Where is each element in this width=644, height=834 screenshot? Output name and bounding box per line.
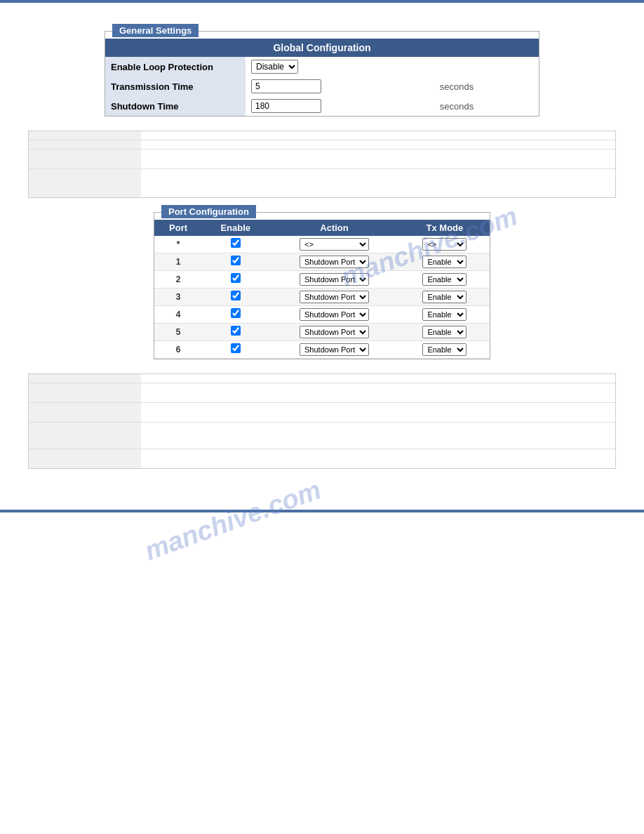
desc-text-2 [141, 140, 615, 150]
config-label-shutdown-time: Shutdown Time [105, 96, 246, 116]
port-3-number: 3 [154, 288, 202, 305]
desc-row-1 [29, 131, 615, 140]
port-table: Port Enable Action Tx Mode * [154, 220, 490, 359]
port-row-5: 5 Shutdown Port Log Only None [154, 323, 490, 340]
port-6-txmode-select[interactable]: Enable Disable [422, 343, 467, 356]
port-6-checkbox[interactable] [231, 343, 241, 353]
config-row-shutdown-time: Shutdown Time seconds [105, 96, 539, 116]
port-3-checkbox[interactable] [231, 291, 241, 300]
port-2-txmode-select[interactable]: Enable Disable [422, 273, 467, 286]
general-settings-wrapper: General Settings Global Configuration En… [105, 31, 539, 117]
desc2-label-2 [29, 383, 141, 402]
config-row-transmission-time: Transmission Time seconds [105, 77, 539, 96]
port-6-action-select[interactable]: Shutdown Port Log Only None [300, 343, 369, 356]
port-wildcard-checkbox[interactable] [231, 238, 241, 248]
port-1-txmode-select[interactable]: Enable Disable [422, 256, 467, 268]
port-3-txmode-select[interactable]: Enable Disable [422, 291, 467, 303]
port-4-checkbox[interactable] [231, 308, 241, 318]
desc-table-1 [29, 131, 615, 197]
port-config-box: Port Configuration Port Enable Action Tx… [154, 212, 490, 359]
port-table-header-txmode: Tx Mode [400, 220, 490, 236]
config-value-transmission-time [246, 77, 434, 96]
port-wildcard-txmode-select[interactable]: <> Enable Disable [422, 238, 467, 251]
desc2-row-2 [29, 383, 615, 402]
port-1-action: Shutdown Port Log Only None [269, 253, 400, 270]
config-value-shutdown-time [246, 96, 434, 116]
port-2-enable [202, 270, 269, 288]
general-settings-box: General Settings Global Configuration En… [105, 31, 539, 117]
port-row-4: 4 Shutdown Port Log Only None [154, 305, 490, 323]
page-content: manchive.com manchive.com General Settin… [0, 3, 644, 496]
port-4-action: Shutdown Port Log Only None [269, 305, 400, 323]
desc2-label-1 [29, 374, 141, 383]
desc-table-2 [29, 374, 615, 468]
loop-protection-select[interactable]: Disable Enable [251, 60, 298, 74]
desc2-text-2 [141, 383, 615, 402]
config-unit-loop-protection [434, 57, 539, 77]
port-5-txmode: Enable Disable [400, 323, 490, 340]
desc2-row-5 [29, 449, 615, 468]
port-table-header-port: Port [154, 220, 202, 236]
port-table-header-row: Port Enable Action Tx Mode [154, 220, 490, 236]
port-5-txmode-select[interactable]: Enable Disable [422, 326, 467, 338]
port-4-action-select[interactable]: Shutdown Port Log Only None [300, 308, 369, 321]
port-3-txmode: Enable Disable [400, 288, 490, 305]
port-1-enable [202, 253, 269, 270]
port-4-number: 4 [154, 305, 202, 323]
config-table: Enable Loop Protection Disable Enable Tr… [105, 57, 539, 116]
desc-text-3 [141, 150, 615, 169]
port-3-action-select[interactable]: Shutdown Port Log Only None [300, 291, 369, 303]
port-5-checkbox[interactable] [231, 326, 241, 336]
transmission-time-input[interactable] [251, 79, 321, 93]
port-wildcard-action: <> Shutdown Port Log Only [269, 236, 400, 253]
port-3-action: Shutdown Port Log Only None [269, 288, 400, 305]
port-wildcard-enable [202, 236, 269, 253]
desc-row-4 [29, 169, 615, 197]
port-5-action-select[interactable]: Shutdown Port Log Only None [300, 326, 369, 338]
port-4-enable [202, 305, 269, 323]
desc2-label-5 [29, 449, 141, 468]
desc2-text-4 [141, 422, 615, 449]
port-table-header-action: Action [269, 220, 400, 236]
port-6-txmode: Enable Disable [400, 340, 490, 358]
desc2-row-1 [29, 374, 615, 383]
desc-label-3 [29, 150, 141, 169]
general-settings-label: General Settings [112, 24, 199, 37]
desc-table-1-wrapper [28, 131, 616, 198]
port-table-header-enable: Enable [202, 220, 269, 236]
desc2-row-3 [29, 402, 615, 422]
desc-text-1 [141, 131, 615, 140]
config-unit-shutdown-time: seconds [434, 96, 539, 116]
config-unit-transmission-time: seconds [434, 77, 539, 96]
desc2-row-4 [29, 422, 615, 449]
port-wildcard-txmode: <> Enable Disable [400, 236, 490, 253]
port-1-checkbox[interactable] [231, 256, 241, 265]
port-1-number: 1 [154, 253, 202, 270]
desc2-text-5 [141, 449, 615, 468]
desc2-text-3 [141, 402, 615, 422]
port-row-1: 1 Shutdown Port Log Only None [154, 253, 490, 270]
port-6-action: Shutdown Port Log Only None [269, 340, 400, 358]
port-6-number: 6 [154, 340, 202, 358]
port-config-wrapper: Port Configuration Port Enable Action Tx… [154, 212, 490, 359]
port-2-checkbox[interactable] [231, 273, 241, 283]
port-config-label: Port Configuration [161, 205, 256, 218]
port-4-txmode: Enable Disable [400, 305, 490, 323]
port-1-action-select[interactable]: Shutdown Port Log Only None [300, 256, 369, 268]
port-1-txmode: Enable Disable [400, 253, 490, 270]
config-label-transmission-time: Transmission Time [105, 77, 246, 96]
desc2-label-4 [29, 422, 141, 449]
bottom-border [0, 510, 644, 512]
port-5-enable [202, 323, 269, 340]
port-4-txmode-select[interactable]: Enable Disable [422, 308, 467, 321]
desc2-label-3 [29, 402, 141, 422]
port-6-enable [202, 340, 269, 358]
port-2-txmode: Enable Disable [400, 270, 490, 288]
desc-table-2-wrapper [28, 373, 616, 469]
shutdown-time-input[interactable] [251, 99, 321, 113]
port-2-action-select[interactable]: Shutdown Port Log Only None [300, 273, 369, 286]
port-3-enable [202, 288, 269, 305]
port-wildcard-action-select[interactable]: <> Shutdown Port Log Only [300, 238, 369, 251]
config-label-loop-protection: Enable Loop Protection [105, 57, 246, 77]
desc-label-2 [29, 140, 141, 150]
